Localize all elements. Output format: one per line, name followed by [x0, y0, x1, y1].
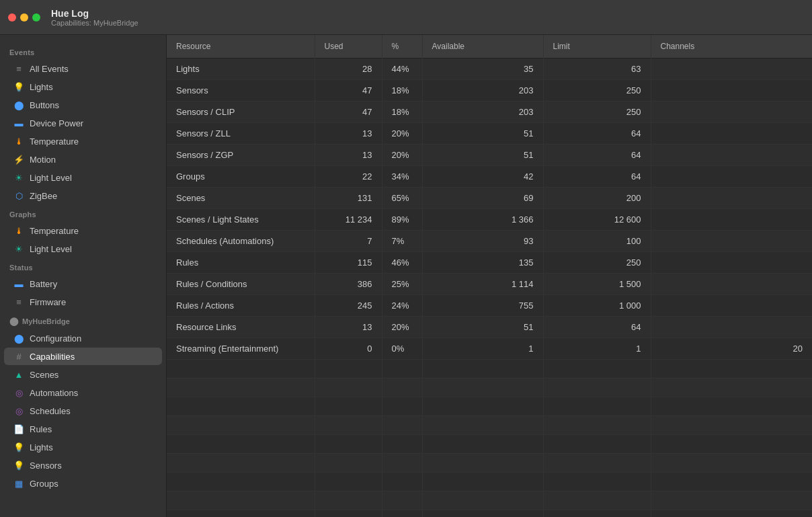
table-cell	[651, 166, 812, 188]
sidebar-item-capabilities[interactable]: # Capabilities	[4, 348, 162, 365]
sidebar-label-lights-bridge: Lights	[30, 442, 53, 452]
table-cell: 7%	[382, 231, 422, 252]
table-row: Schedules (Automations)77%93100	[167, 231, 812, 252]
table-cell-empty	[543, 491, 651, 510]
table-cell: 13	[315, 317, 382, 338]
sidebar-section-status: Status	[0, 258, 166, 274]
sidebar-item-all-events[interactable]: ≡ All Events	[4, 60, 162, 77]
header-channels: Channels	[651, 35, 812, 58]
sidebar-item-device-power[interactable]: ▬ Device Power	[4, 114, 162, 132]
content-area: Resource Used % Available Limit Channels…	[167, 35, 812, 517]
sidebar-item-schedules[interactable]: ◎ Schedules	[4, 402, 162, 420]
sidebar-item-automations[interactable]: ◎ Automations	[4, 384, 162, 401]
sidebar-label-all-events: All Events	[30, 64, 69, 74]
table-cell: 100	[543, 231, 651, 252]
table-cell-empty	[167, 454, 315, 473]
table-cell: 0	[315, 338, 382, 360]
table-cell: 1 114	[422, 274, 543, 295]
table-cell-empty	[651, 360, 812, 379]
table-cell: Rules	[167, 252, 315, 274]
sidebar-item-temperature[interactable]: 🌡 Temperature	[4, 132, 162, 150]
table-cell-empty	[651, 454, 812, 473]
table-cell	[651, 188, 812, 209]
minimize-button[interactable]	[20, 13, 28, 22]
table-cell: 64	[543, 166, 651, 188]
capabilities-icon: #	[13, 351, 24, 362]
table-cell-empty	[167, 510, 315, 518]
rules-icon: 📄	[13, 424, 24, 434]
sensors-icon: 💡	[13, 460, 24, 471]
table-cell-empty	[422, 397, 543, 416]
sidebar-item-lights-events[interactable]: 💡 Lights	[4, 78, 162, 95]
sidebar-bridge-section: ⬤ MyHueBridge	[0, 311, 166, 329]
table-cell-empty	[382, 473, 422, 491]
sidebar-item-rules[interactable]: 📄 Rules	[4, 420, 162, 438]
table-row	[167, 491, 812, 510]
table-cell: 11 234	[315, 209, 382, 231]
temp-graph-icon: 🌡	[13, 225, 24, 236]
table-cell	[651, 58, 812, 80]
table-cell: 755	[422, 295, 543, 317]
maximize-button[interactable]	[32, 13, 40, 22]
bridge-label: MyHueBridge	[22, 317, 70, 325]
table-cell: 12 600	[543, 209, 651, 231]
sidebar-item-temp-graph[interactable]: 🌡 Temperature	[4, 222, 162, 239]
lights-icon: 💡	[13, 81, 24, 92]
table-cell: 35	[422, 58, 543, 80]
sidebar-item-scenes[interactable]: ▲ Scenes	[4, 366, 162, 383]
table-cell-empty	[651, 397, 812, 416]
sidebar-item-zigbee[interactable]: ⬡ ZigBee	[4, 187, 162, 204]
table-cell-empty	[315, 510, 382, 518]
table-row	[167, 473, 812, 491]
sidebar-item-motion[interactable]: ⚡ Motion	[4, 151, 162, 168]
table-row	[167, 454, 812, 473]
table-cell: Streaming (Entertainment)	[167, 338, 315, 360]
table-cell-empty	[382, 360, 422, 379]
table-cell: 131	[315, 188, 382, 209]
sidebar-item-battery[interactable]: ▬ Battery	[4, 275, 162, 292]
sidebar: Events ≡ All Events 💡 Lights ⬤ Buttons ▬…	[0, 35, 167, 517]
battery-icon: ▬	[13, 278, 24, 289]
table-cell: 250	[543, 252, 651, 274]
table-cell	[651, 295, 812, 317]
sidebar-label-temperature: Temperature	[30, 136, 79, 147]
automations-icon: ◎	[13, 387, 24, 398]
table-cell: 93	[422, 231, 543, 252]
table-cell-empty	[422, 454, 543, 473]
table-cell-empty	[167, 397, 315, 416]
table-cell: 63	[543, 58, 651, 80]
table-cell-empty	[315, 360, 382, 379]
sidebar-item-light-level[interactable]: ☀ Light Level	[4, 169, 162, 186]
table-cell	[651, 209, 812, 231]
header-used: Used	[315, 35, 382, 58]
zigbee-icon: ⬡	[13, 190, 24, 201]
table-cell-empty	[167, 379, 315, 397]
sidebar-item-configuration[interactable]: ⬤ Configuration	[4, 329, 162, 347]
close-button[interactable]	[8, 13, 16, 22]
sidebar-section-events: Events	[0, 43, 166, 59]
table-cell: 42	[422, 166, 543, 188]
sidebar-label-capabilities: Capabilities	[30, 352, 75, 362]
table-cell-empty	[315, 435, 382, 454]
table-cell: Lights	[167, 58, 315, 80]
app-title: Hue Log	[51, 8, 138, 19]
table-cell: 18%	[382, 102, 422, 123]
table-row: Lights2844%3563	[167, 58, 812, 80]
main-layout: Events ≡ All Events 💡 Lights ⬤ Buttons ▬…	[0, 35, 812, 517]
sidebar-item-sensors[interactable]: 💡 Sensors	[4, 456, 162, 474]
sidebar-label-battery: Battery	[30, 279, 57, 289]
table-cell: Sensors / ZLL	[167, 123, 315, 145]
titlebar-text: Hue Log Capabilities: MyHueBridge	[51, 8, 138, 27]
table-cell	[651, 80, 812, 102]
table-cell-empty	[651, 491, 812, 510]
table-cell: Sensors / ZGP	[167, 145, 315, 166]
sidebar-item-firmware[interactable]: ≡ Firmware	[4, 293, 162, 311]
sidebar-item-light-level-graph[interactable]: ☀ Light Level	[4, 240, 162, 257]
sidebar-item-lights-bridge[interactable]: 💡 Lights	[4, 438, 162, 456]
sidebar-item-groups[interactable]: ▦ Groups	[4, 475, 162, 492]
sidebar-item-buttons[interactable]: ⬤ Buttons	[4, 96, 162, 114]
table-cell-empty	[167, 491, 315, 510]
table-cell-empty	[651, 510, 812, 518]
table-cell	[651, 102, 812, 123]
table-cell: 18%	[382, 80, 422, 102]
